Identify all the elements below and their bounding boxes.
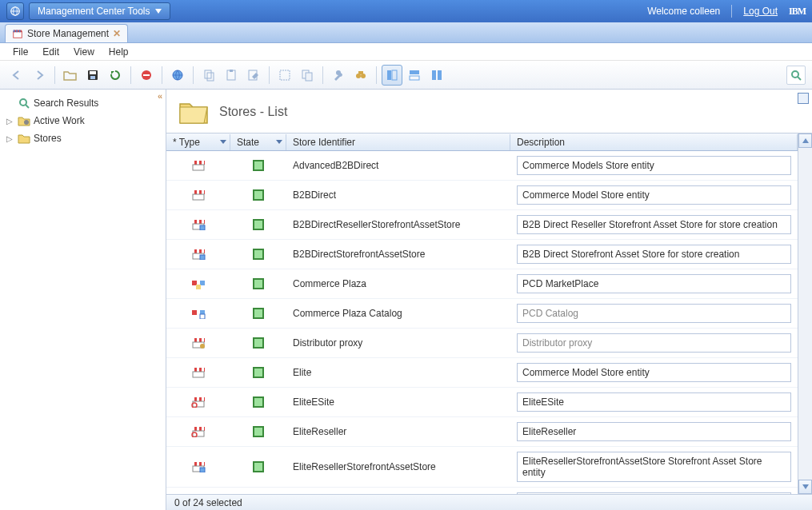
globe-button[interactable] [6, 2, 24, 20]
copy-icon [202, 69, 215, 82]
table-row[interactable]: EliteCommerce Model Store entity [166, 358, 798, 388]
svg-rect-91 [197, 462, 199, 466]
properties-button[interactable] [328, 65, 349, 86]
forward-button[interactable] [29, 65, 50, 86]
svg-rect-19 [230, 70, 233, 72]
svg-rect-92 [202, 462, 204, 466]
description-field[interactable]: EliteESite [517, 392, 791, 412]
edit-column-button[interactable] [243, 65, 264, 86]
description-field[interactable]: B2B Direct Reseller Storefront Asset Sto… [517, 215, 791, 234]
menu-edit[interactable]: Edit [36, 45, 66, 59]
cell-state [230, 460, 286, 474]
sidebar-collapse-icon[interactable]: « [158, 91, 162, 101]
menu-help[interactable]: Help [102, 45, 135, 59]
description-field[interactable]: Commerce Model Store entity [517, 363, 791, 382]
search-icon [790, 70, 802, 81]
toolbar-search-button[interactable] [786, 66, 806, 85]
tools-menu-dropdown[interactable]: Management Center Tools [29, 2, 170, 20]
svg-marker-101 [802, 138, 809, 143]
table-row[interactable]: EliteESiteEliteESite [166, 388, 798, 417]
logout-link[interactable]: Log Out [743, 6, 778, 17]
svg-rect-7 [16, 30, 18, 33]
svg-rect-75 [202, 368, 204, 372]
table-row[interactable]: B2BDirectResellerStorefrontAssetStoreB2B… [166, 210, 798, 240]
dropdown-icon[interactable] [220, 140, 226, 144]
description-field[interactable]: Commerce Models Store entity [517, 156, 791, 175]
save-icon [86, 69, 99, 82]
separator [731, 5, 732, 18]
show-split-button[interactable] [404, 65, 425, 86]
tree-item-stores[interactable]: ▷ Stores [3, 129, 162, 147]
open-button[interactable] [60, 65, 81, 86]
preview-button[interactable] [167, 65, 188, 86]
svg-rect-21 [280, 70, 290, 80]
dropdown-icon[interactable] [276, 140, 282, 144]
cell-state [230, 277, 286, 291]
scroll-down-icon[interactable] [798, 480, 812, 494]
split-h-icon [408, 69, 421, 82]
menu-view[interactable]: View [67, 45, 101, 59]
cell-description: PCD Catalog [510, 302, 798, 325]
expand-icon[interactable]: ▷ [6, 117, 14, 126]
menu-file[interactable]: File [6, 45, 34, 59]
nav-tree: Search Results ▷ Active Work ▷ Stores [0, 90, 166, 152]
table-row[interactable]: B2BDirectCommerce Model Store entity [166, 181, 798, 210]
save-button[interactable] [82, 65, 103, 86]
col-header-identifier[interactable]: Store Identifier [286, 134, 510, 150]
show-columns-button[interactable] [426, 65, 447, 86]
cell-type [166, 217, 230, 232]
paste-button[interactable] [221, 65, 242, 86]
show-list-button[interactable] [382, 65, 402, 86]
page-title: Stores - List [219, 105, 287, 119]
table-row[interactable]: Commerce Plaza CatalogPCD Catalog [166, 299, 798, 329]
table-row[interactable]: EliteResellerStorefrontAssetStoreEliteRe… [166, 447, 798, 488]
svg-rect-81 [193, 401, 204, 407]
select-all-button[interactable] [274, 65, 295, 86]
chevron-down-icon [155, 9, 162, 14]
back-button[interactable] [6, 65, 27, 86]
description-field[interactable]: B2B Direct Storefront Asset Store for st… [517, 245, 791, 264]
sidebar: « Search Results ▷ Active Work ▷ Stores [0, 90, 166, 510]
expand-icon[interactable]: ▷ [6, 134, 14, 143]
table-row[interactable]: Distributor proxyDistributor proxy [166, 329, 798, 358]
svg-rect-11 [90, 76, 95, 79]
table-row[interactable]: Commerce PlazaPCD MarketPlace [166, 269, 798, 299]
description-field[interactable]: Commerce Model Store entity [517, 185, 791, 205]
vertical-scrollbar[interactable] [798, 133, 812, 494]
scroll-up-icon[interactable] [798, 133, 812, 148]
restore-window-icon[interactable] [798, 93, 809, 104]
grid-body[interactable]: AdvancedB2BDirectCommerce Models Store e… [166, 151, 798, 494]
tab-close-icon[interactable]: ✕ [113, 28, 121, 39]
state-open-icon [253, 160, 264, 171]
tree-item-search-results[interactable]: Search Results [3, 94, 162, 112]
tree-label: Stores [34, 133, 62, 144]
col-header-description[interactable]: Description [510, 134, 798, 150]
col-header-state[interactable]: State [230, 134, 286, 150]
description-field: PCD Catalog [517, 304, 791, 323]
refresh-button[interactable] [105, 65, 126, 86]
table-row[interactable]: EliteStorefrontAssetStoreEliteStorefront… [166, 488, 798, 494]
cell-state [230, 158, 286, 173]
duplicate-icon [301, 69, 314, 82]
cell-identifier: B2BDirectResellerStorefrontAssetStore [286, 217, 510, 232]
col-header-type[interactable]: * Type [166, 134, 230, 150]
description-field[interactable]: PCD MarketPlace [517, 274, 791, 293]
table-row[interactable]: EliteResellerEliteReseller [166, 417, 798, 447]
duplicate-button[interactable] [297, 65, 318, 86]
cell-type [166, 365, 230, 380]
tab-store-management[interactable]: Store Management ✕ [5, 24, 128, 42]
state-open-icon [253, 461, 264, 472]
description-field[interactable]: EliteResellerStorefrontAssetStore Storef… [517, 452, 791, 482]
svg-marker-102 [802, 484, 809, 489]
description-field[interactable]: EliteReseller [517, 422, 791, 441]
store-type-icon [191, 249, 206, 260]
table-row[interactable]: B2BDirectStorefrontAssetStoreB2B Direct … [166, 240, 798, 269]
separator [322, 66, 323, 84]
find-button[interactable] [350, 65, 371, 86]
select-all-icon [278, 69, 291, 82]
tree-item-active-work[interactable]: ▷ Active Work [3, 112, 162, 129]
stop-button[interactable] [136, 65, 157, 86]
copy-button[interactable] [198, 65, 219, 86]
table-row[interactable]: AdvancedB2BDirectCommerce Models Store e… [166, 151, 798, 181]
svg-line-36 [26, 105, 29, 108]
